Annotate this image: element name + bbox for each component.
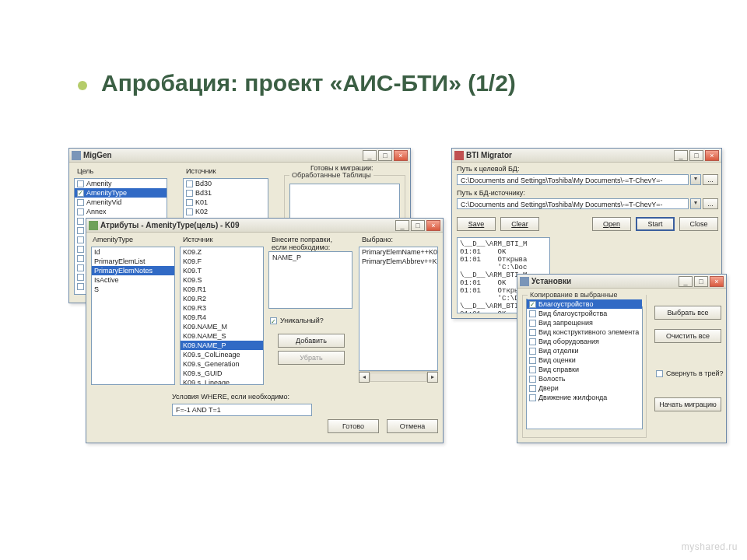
start-button[interactable]: Start: [636, 217, 675, 231]
browse-source-button[interactable]: ...: [703, 198, 718, 209]
list-item[interactable]: Благоустройство: [527, 299, 642, 309]
list-item[interactable]: K09.s_GUID: [181, 369, 263, 378]
checkbox-icon[interactable]: [77, 236, 84, 243]
list-item[interactable]: K09.NAME_S: [181, 331, 263, 341]
list-item[interactable]: Вид оборудования: [527, 337, 642, 346]
list-item[interactable]: PrimaryElemAbbrev++K09.NA: [359, 257, 437, 266]
checkbox-tray[interactable]: [656, 370, 663, 377]
titlebar-attributes[interactable]: Атрибуты - AmenityType(цель) - K09 _ □ ×: [86, 219, 443, 233]
list-item[interactable]: K02: [184, 207, 268, 216]
start-migration-button[interactable]: Начать миграцию: [654, 397, 721, 411]
list-item[interactable]: Вид конструктивного элемента: [527, 327, 642, 337]
open-button[interactable]: Open: [592, 217, 631, 231]
list-item[interactable]: Движение жилфонда: [527, 393, 642, 402]
checkbox-icon[interactable]: [529, 301, 536, 308]
listbox-source[interactable]: K09.ZK09.FK09.TK09.SK09.R1K09.R2K09.R3K0…: [180, 247, 264, 385]
checkbox-icon[interactable]: [529, 320, 536, 327]
checkbox-icon[interactable]: [77, 246, 84, 253]
list-item[interactable]: Вид запрещения: [527, 318, 642, 327]
maximize-button[interactable]: □: [411, 220, 425, 231]
list-item[interactable]: S: [92, 285, 174, 294]
list-item[interactable]: Bd30: [184, 179, 268, 188]
add-button[interactable]: Добавить: [278, 334, 345, 348]
ready-button[interactable]: Готово: [328, 419, 379, 433]
checkbox-icon[interactable]: [529, 357, 536, 364]
list-item[interactable]: Вид отделки: [527, 346, 642, 355]
close-button[interactable]: ×: [710, 276, 724, 287]
list-item[interactable]: Bd31: [184, 188, 268, 198]
clear-button[interactable]: Clear: [500, 217, 539, 231]
list-item[interactable]: K09.NAME_M: [181, 322, 263, 331]
minimize-button[interactable]: _: [674, 150, 688, 161]
list-item[interactable]: Вид благоустройства: [527, 309, 642, 318]
checkbox-icon[interactable]: [186, 208, 193, 215]
list-item[interactable]: Amenity: [75, 179, 167, 188]
list-item[interactable]: K01: [184, 198, 268, 207]
checkbox-icon[interactable]: [529, 385, 536, 392]
dropdown-target-icon[interactable]: ▾: [690, 174, 701, 185]
checkbox-icon[interactable]: [529, 348, 536, 355]
browse-target-button[interactable]: ...: [703, 174, 718, 185]
close-button[interactable]: ×: [705, 150, 719, 161]
checkbox-icon[interactable]: [77, 180, 84, 187]
list-item[interactable]: K09.R4: [181, 313, 263, 322]
minimize-button[interactable]: _: [363, 150, 377, 161]
checkbox-icon[interactable]: [77, 264, 84, 271]
hscrollbar-selected[interactable]: ◂ ▸: [359, 371, 438, 382]
titlebar-miggen[interactable]: MigGen _ □ ×: [69, 149, 410, 163]
checkbox-icon[interactable]: [529, 376, 536, 383]
scroll-right-icon[interactable]: ▸: [427, 372, 438, 383]
list-item[interactable]: K09.s_Lineage: [181, 378, 263, 385]
list-item[interactable]: PrimaryElemName++K09.NAI: [359, 247, 437, 257]
dropdown-source-icon[interactable]: ▾: [690, 198, 701, 209]
list-item[interactable]: PrimaryElemList: [92, 257, 174, 266]
list-item[interactable]: Вид оценки: [527, 355, 642, 365]
checkbox-icon[interactable]: [529, 366, 536, 373]
checkbox-icon[interactable]: [529, 394, 536, 401]
list-item[interactable]: K09.R2: [181, 294, 263, 303]
checkbox-icon[interactable]: [77, 227, 84, 234]
remove-button[interactable]: Убрать: [278, 351, 345, 365]
list-item[interactable]: K09.s_ColLineage: [181, 350, 263, 359]
list-item[interactable]: K09.s_Generation: [181, 359, 263, 369]
checkbox-icon[interactable]: [77, 199, 84, 206]
checkbox-icon[interactable]: [77, 190, 84, 197]
list-item[interactable]: Annex: [75, 207, 167, 216]
select-all-button[interactable]: Выбрать все: [654, 306, 721, 320]
save-button[interactable]: Save: [457, 217, 496, 231]
list-item[interactable]: PrimaryElemNotes: [92, 266, 174, 275]
close-button[interactable]: ×: [426, 220, 440, 231]
checkbox-unique[interactable]: [270, 317, 277, 324]
checkbox-icon[interactable]: [77, 255, 84, 262]
listbox-amenitytype[interactable]: IdPrimaryElemListPrimaryElemNotesIsActiv…: [91, 247, 175, 385]
textbox-where[interactable]: F=-1 AND T=1: [172, 404, 312, 416]
list-item[interactable]: K09.NAME_P: [181, 341, 263, 350]
list-item[interactable]: K09.T: [181, 266, 263, 275]
textbox-correction[interactable]: NAME_P: [268, 251, 352, 309]
minimize-button[interactable]: _: [679, 276, 693, 287]
maximize-button[interactable]: □: [694, 276, 708, 287]
list-item[interactable]: K09.R3: [181, 303, 263, 313]
list-item[interactable]: K09.F: [181, 257, 263, 266]
checkbox-icon[interactable]: [186, 180, 193, 187]
list-item[interactable]: IsActive: [92, 275, 174, 285]
checkbox-icon[interactable]: [529, 338, 536, 345]
scroll-left-icon[interactable]: ◂: [359, 372, 370, 383]
list-item[interactable]: Волость: [527, 374, 642, 383]
checkbox-icon[interactable]: [529, 310, 536, 317]
checkbox-icon[interactable]: [529, 329, 536, 336]
list-item[interactable]: AmenityVid: [75, 198, 167, 207]
maximize-button[interactable]: □: [689, 150, 703, 161]
input-target-path[interactable]: C:\Documents and Settings\Toshiba\My Doc…: [457, 174, 689, 185]
cancel-button[interactable]: Отмена: [387, 419, 438, 433]
list-item[interactable]: K09.S: [181, 275, 263, 285]
checkbox-icon[interactable]: [77, 208, 84, 215]
listbox-selected[interactable]: PrimaryElemName++K09.NAIPrimaryElemAbbre…: [359, 247, 438, 371]
close-db-button[interactable]: Close: [679, 217, 718, 231]
listbox-tables[interactable]: БлагоустройствоВид благоустройстваВид за…: [526, 299, 643, 429]
list-item[interactable]: AmenityType: [75, 188, 167, 198]
titlebar-settings[interactable]: Установки _ □ ×: [517, 275, 726, 289]
checkbox-icon[interactable]: [77, 283, 84, 290]
checkbox-icon[interactable]: [77, 218, 84, 225]
titlebar-btimigrator[interactable]: BTI Migrator _ □ ×: [452, 149, 721, 163]
